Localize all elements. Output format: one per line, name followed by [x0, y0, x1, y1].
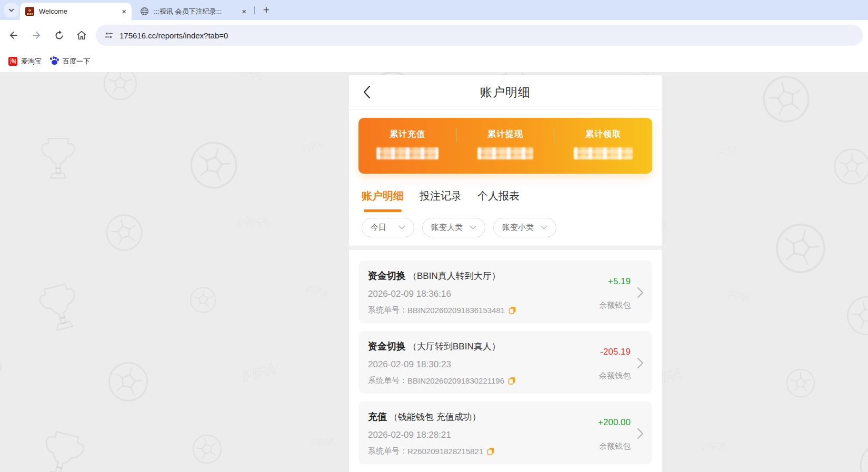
tab-account-detail[interactable]: 账户明细 [362, 189, 404, 212]
svg-text:FIFA: FIFA [300, 139, 324, 155]
tab-label: 个人报表 [477, 190, 520, 202]
browser-tab-strip: Welcome × :::视讯 会员下注纪录::: × + [0, 0, 868, 20]
wallet-label: 余额钱包 [599, 371, 631, 381]
stat-total-deposit: 累计充值 [358, 118, 456, 174]
transaction-datetime: 2026-02-09 18:30:23 [368, 359, 599, 370]
active-tab-underline [364, 209, 402, 212]
masked-value [574, 147, 633, 159]
filter-major-category-dropdown[interactable]: 账变大类 [422, 218, 485, 237]
bookmarks-bar: 淘 爱淘宝 百度一下 [0, 51, 868, 72]
svg-text:FIFA: FIFA [310, 435, 336, 448]
svg-text:FIFA: FIFA [716, 144, 739, 159]
url-text: 175616.cc/reports/index?tab=0 [119, 31, 228, 40]
tab-divider [254, 6, 255, 14]
transaction-type: 资金切换 [368, 340, 406, 353]
browser-toolbar: 175616.cc/reports/index?tab=0 [0, 20, 868, 51]
order-number-label: 系统单号： [368, 305, 407, 315]
stat-total-claimed: 累计领取 [554, 118, 652, 174]
reload-button[interactable] [50, 26, 68, 44]
page-title: 账户明细 [480, 84, 531, 101]
filter-label: 今日 [371, 223, 386, 233]
transaction-datetime: 2026-02-09 18:28:21 [368, 430, 598, 440]
account-detail-panel: 账户明细 累计充值 累计提现 累计领取 账户明细 [349, 75, 662, 472]
transaction-amount: +5.19 [608, 276, 631, 287]
chevron-down-icon [398, 225, 405, 230]
site-settings-icon [104, 31, 113, 40]
tab-bet-records[interactable]: 投注记录 [420, 189, 462, 212]
report-tabs: 账户明细 投注记录 个人报表 [349, 174, 662, 212]
transaction-row[interactable]: 充值 （钱能钱包 充值成功） 2026-02-09 18:28:21 系统单号：… [358, 401, 652, 464]
copy-icon[interactable] [487, 447, 495, 455]
transaction-list: 资金切换 （BBIN真人转到大厅） 2026-02-09 18:36:16 系统… [349, 250, 662, 464]
transaction-type: 资金切换 [368, 269, 406, 282]
close-icon[interactable]: × [122, 7, 126, 15]
chevron-right-icon [637, 287, 644, 298]
order-number-label: 系统单号： [368, 376, 407, 386]
transaction-detail: （BBIN真人转到大厅） [408, 270, 501, 282]
close-icon[interactable]: × [242, 7, 246, 15]
order-number-label: 系统单号： [368, 446, 407, 456]
bookmark-label: 爱淘宝 [21, 57, 42, 66]
tab-search-button[interactable] [4, 3, 18, 17]
order-number: R2602091828215821 [407, 447, 483, 456]
stat-label: 累计领取 [585, 129, 621, 140]
copy-icon[interactable] [508, 306, 516, 314]
svg-text:FIFA: FIFA [241, 360, 277, 385]
page-content: FIFAFIFAFIFAFIFAFIFAFIFAFIFAFIFAFIFAFIFA… [0, 72, 868, 472]
browser-tab-welcome[interactable]: Welcome × [20, 3, 132, 20]
filter-row: 今日 账变大类 账变小类 [349, 212, 662, 246]
filter-label: 账变小类 [502, 223, 534, 233]
transaction-row[interactable]: 资金切换 （BBIN真人转到大厅） 2026-02-09 18:36:16 系统… [358, 260, 652, 323]
home-button[interactable] [73, 26, 91, 44]
transaction-detail: （大厅转到BBIN真人） [408, 340, 501, 353]
chevron-right-icon [637, 428, 644, 439]
section-separator [349, 246, 662, 250]
wallet-label: 余额钱包 [599, 300, 631, 310]
globe-icon [140, 7, 149, 16]
filter-minor-category-dropdown[interactable]: 账变小类 [493, 218, 556, 237]
masked-value [376, 147, 438, 159]
transaction-amount: -205.19 [600, 347, 631, 357]
browser-tab-records[interactable]: :::视讯 会员下注纪录::: × [135, 3, 252, 20]
transaction-datetime: 2026-02-09 18:36:16 [368, 289, 599, 299]
copy-icon[interactable] [508, 377, 516, 385]
new-tab-button[interactable]: + [259, 3, 274, 17]
wallet-label: 余额钱包 [599, 441, 631, 451]
back-button[interactable] [5, 26, 23, 44]
chevron-down-icon [8, 7, 15, 14]
svg-text:FIFA: FIFA [727, 288, 752, 305]
back-chevron-button[interactable] [363, 85, 377, 99]
transaction-type: 充值 [368, 410, 387, 423]
masked-value [477, 147, 533, 159]
tab-title: :::视讯 会员下注纪录::: [154, 7, 237, 16]
chevron-down-icon [541, 225, 547, 230]
stat-total-withdrawal: 累计提现 [456, 118, 554, 174]
tab-title: Welcome [39, 7, 117, 15]
order-number: BBIN202602091830221196 [407, 376, 504, 385]
forward-button[interactable] [27, 26, 45, 44]
svg-text:FIFA: FIFA [305, 283, 331, 300]
tab-personal-report[interactable]: 个人报表 [477, 189, 520, 212]
stat-label: 累计提现 [487, 129, 523, 140]
bookmark-label: 百度一下 [63, 57, 90, 66]
transaction-amount: +200.00 [598, 417, 631, 428]
order-number: BBIN202602091836153481 [407, 306, 505, 315]
svg-text:FIFA: FIFA [233, 72, 264, 83]
taobao-icon: 淘 [8, 57, 17, 66]
bookmark-taobao[interactable]: 淘 爱淘宝 [8, 57, 42, 66]
summary-card: 累计充值 累计提现 累计领取 [358, 118, 652, 174]
casino-favicon-icon [25, 7, 34, 16]
transaction-detail: （钱能钱包 充值成功） [389, 411, 481, 423]
chevron-left-icon [363, 85, 371, 99]
transaction-row[interactable]: 资金切换 （大厅转到BBIN真人） 2026-02-09 18:30:23 系统… [358, 331, 652, 394]
chevron-down-icon [470, 225, 476, 230]
stat-label: 累计充值 [390, 129, 425, 140]
tab-label: 账户明细 [362, 190, 404, 202]
filter-date-dropdown[interactable]: 今日 [362, 218, 414, 237]
tab-label: 投注记录 [420, 190, 462, 202]
bookmark-baidu[interactable]: 百度一下 [50, 57, 90, 66]
url-bar[interactable]: 175616.cc/reports/index?tab=0 [96, 25, 863, 46]
page-header: 账户明细 [349, 75, 662, 109]
svg-text:FIFA: FIFA [702, 439, 726, 453]
svg-text:FIFA: FIFA [238, 214, 269, 230]
